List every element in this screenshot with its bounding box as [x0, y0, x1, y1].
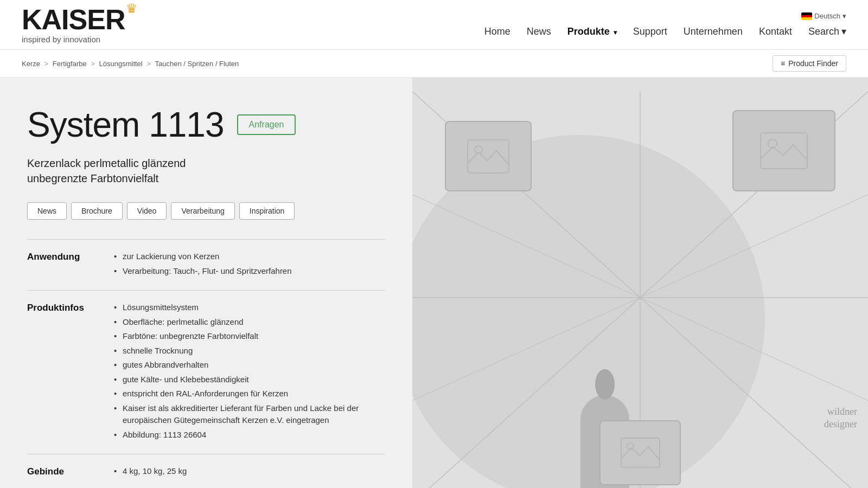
section-produktinfos-label: Produktinfos [27, 301, 114, 443]
subtitle-line-2: unbegrenzte Farbtonvielfalt [27, 171, 385, 186]
nav-item-unternehmen[interactable]: Unternehmen [684, 26, 743, 37]
nav-menu: Home News Produkte ▾ Support Unternehmen… [484, 25, 846, 37]
produktinfos-item-5: gutes Abbrandverhalten [114, 359, 385, 371]
product-finder-button[interactable]: ≡ Product Finder [773, 55, 846, 72]
main-nav: Home News Produkte ▾ Support Unternehmen… [484, 25, 846, 37]
produktinfos-item-1: Lösungsmittelsystem [114, 301, 385, 314]
section-anwendung-content: zur Lackierung von Kerzen Verarbeitung: … [114, 251, 385, 279]
tab-video[interactable]: Video [127, 202, 167, 220]
logo-text: KAISER [22, 5, 125, 34]
anwendung-item-1: zur Lackierung von Kerzen [114, 251, 385, 263]
logo-area: KAISER ♛ inspired by innovation [22, 5, 137, 44]
product-finder-icon: ≡ [781, 59, 785, 68]
header: KAISER ♛ inspired by innovation Deutsch … [0, 0, 868, 50]
produkte-dropdown-arrow: ▾ [614, 29, 617, 36]
product-image-2[interactable] [732, 110, 835, 191]
nav-link-support[interactable]: Support [633, 26, 667, 37]
product-image-1[interactable] [445, 121, 532, 191]
breadcrumb-fertigfarbe[interactable]: Fertigfarbe [53, 60, 87, 68]
section-gebinde: Gebinde 4 kg, 10 kg, 25 kg [27, 454, 385, 488]
content-panel: System 1113 Anfragen Kerzenlack perlmeta… [0, 78, 412, 488]
language-label: Deutsch [814, 12, 840, 20]
section-produktinfos: Produktinfos Lösungsmittelsystem Oberflä… [27, 290, 385, 454]
tab-buttons: News Brochure Video Verarbeitung Inspira… [27, 202, 385, 220]
svg-rect-11 [761, 133, 807, 169]
watermark: wildner designer [824, 406, 857, 431]
lang-dropdown-arrow: ▾ [843, 12, 846, 20]
search-label: Search [808, 26, 839, 37]
tab-verarbeitung[interactable]: Verarbeitung [171, 202, 234, 220]
section-gebinde-label: Gebinde [27, 465, 114, 480]
produktinfos-list: Lösungsmittelsystem Oberfläche: perlmeta… [114, 301, 385, 441]
anfragen-button[interactable]: Anfragen [237, 114, 296, 135]
produktinfos-item-7: entspricht den RAL-Anforderungen für Ker… [114, 388, 385, 400]
nav-item-support[interactable]: Support [633, 26, 667, 37]
breadcrumb-bar: Kerze > Fertigfarbe > Lösungsmittel > Ta… [0, 50, 868, 78]
search-button[interactable]: Search ▾ [808, 25, 846, 37]
image-placeholder-icon-1 [467, 139, 510, 174]
language-selector[interactable]: Deutsch ▾ [801, 12, 846, 20]
product-subtitle: Kerzenlack perlmetallic glänzend unbegre… [27, 156, 385, 186]
watermark-line2: designer [824, 418, 857, 431]
product-finder-label: Product Finder [788, 59, 838, 68]
flag-icon [801, 12, 812, 20]
nav-link-news[interactable]: News [527, 26, 551, 37]
breadcrumb-tauchen[interactable]: Tauchen / Spritzen / Fluten [155, 60, 239, 68]
nav-link-unternehmen[interactable]: Unternehmen [684, 26, 743, 37]
product-title: System 1113 [27, 105, 224, 145]
produktinfos-item-4: schnelle Trocknung [114, 345, 385, 357]
breadcrumb-kerze[interactable]: Kerze [22, 60, 40, 68]
breadcrumb-sep-2: > [91, 60, 97, 68]
tab-inspiration[interactable]: Inspiration [239, 202, 295, 220]
section-gebinde-content: 4 kg, 10 kg, 25 kg [114, 465, 385, 480]
anwendung-item-2: Verarbeitung: Tauch-, Flut- und Spritzve… [114, 265, 385, 278]
breadcrumb-sep-3: > [146, 60, 152, 68]
image-placeholder-icon-2 [760, 132, 808, 170]
produktinfos-item-9: Abbildung: 1113 26604 [114, 429, 385, 441]
nav-item-home[interactable]: Home [484, 26, 510, 37]
produktinfos-item-6: gute Kälte- und Klebebeständigkeit [114, 374, 385, 386]
nav-item-produkte[interactable]: Produkte ▾ [567, 26, 617, 37]
nav-item-news[interactable]: News [527, 26, 551, 37]
product-image-3[interactable] [599, 420, 681, 485]
tab-news[interactable]: News [27, 202, 67, 220]
section-anwendung-label: Anwendung [27, 251, 114, 279]
produktinfos-item-2: Oberfläche: perlmetallic glänzend [114, 316, 385, 329]
subtitle-line-1: Kerzenlack perlmetallic glänzend [27, 156, 385, 171]
image-placeholder-icon-3 [620, 437, 661, 468]
nav-link-kontakt[interactable]: Kontakt [759, 26, 792, 37]
image-panel: wildner designer [412, 78, 868, 488]
main-content: System 1113 Anfragen Kerzenlack perlmeta… [0, 78, 868, 488]
breadcrumb: Kerze > Fertigfarbe > Lösungsmittel > Ta… [22, 60, 239, 68]
breadcrumb-sep-1: > [44, 60, 50, 68]
logo-crown: ♛ [126, 1, 138, 16]
produktinfos-item-8: Kaiser ist als akkreditierter Lieferant … [114, 402, 385, 427]
nav-item-search[interactable]: Search ▾ [808, 25, 846, 37]
gebinde-item-1: 4 kg, 10 kg, 25 kg [114, 465, 385, 478]
logo-tagline: inspired by innovation [22, 35, 100, 44]
anwendung-list: zur Lackierung von Kerzen Verarbeitung: … [114, 251, 385, 277]
svg-point-8 [595, 369, 615, 400]
produktinfos-item-3: Farbtöne: unbegrenzte Farbtonvielfalt [114, 330, 385, 343]
search-dropdown-arrow: ▾ [841, 25, 846, 37]
nav-link-produkte[interactable]: Produkte ▾ [567, 26, 617, 37]
logo-wrapper: KAISER ♛ inspired by innovation [22, 5, 137, 44]
nav-item-kontakt[interactable]: Kontakt [759, 26, 792, 37]
watermark-line1: wildner [824, 406, 857, 418]
gebinde-list: 4 kg, 10 kg, 25 kg [114, 465, 385, 478]
section-anwendung: Anwendung zur Lackierung von Kerzen Vera… [27, 239, 385, 290]
product-title-row: System 1113 Anfragen [27, 105, 385, 145]
tab-brochure[interactable]: Brochure [71, 202, 123, 220]
nav-right: Deutsch ▾ Home News Produkte ▾ Support U… [484, 12, 846, 37]
nav-link-home[interactable]: Home [484, 26, 510, 37]
breadcrumb-loesungsmittel[interactable]: Lösungsmittel [99, 60, 143, 68]
section-produktinfos-content: Lösungsmittelsystem Oberfläche: perlmeta… [114, 301, 385, 443]
